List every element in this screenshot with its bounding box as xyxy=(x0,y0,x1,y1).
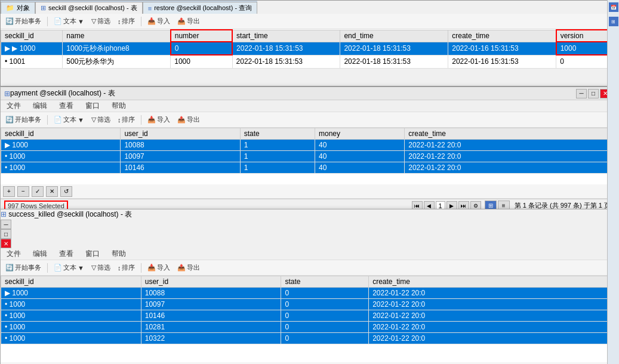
p-cell-user-id: 10097 xyxy=(121,151,240,162)
tab-restore-label: restore @seckill (localhost) - 查询 xyxy=(154,4,252,13)
payment-export-btn[interactable]: 📤 导出 xyxy=(175,114,202,125)
k-cell-state: 0 xyxy=(281,299,369,310)
k-col-state[interactable]: state xyxy=(281,276,369,288)
payment-menu-help[interactable]: 帮助 xyxy=(109,101,128,111)
killed-window: ⊞ success_killed @seckill (localhost) - … xyxy=(0,209,615,364)
killed-menu-window[interactable]: 窗口 xyxy=(83,249,102,259)
killed-menu-view[interactable]: 查看 xyxy=(57,249,76,259)
payment-sort-btn[interactable]: ↕ 排序 xyxy=(115,114,138,125)
table-row[interactable]: ▶ 1000 10088 0 2022-01-22 20:0 xyxy=(1,288,614,299)
p-export-icon: 📤 xyxy=(177,116,186,124)
payment-confirm-btn[interactable]: ✓ xyxy=(32,186,44,197)
killed-minimize-btn[interactable]: ─ xyxy=(1,220,11,229)
k-cell-seckill-id: • 1000 xyxy=(1,322,141,333)
table-row[interactable]: ▶ 1000 10088 1 40 2022-01-22 20:0 xyxy=(1,140,614,151)
killed-export-btn[interactable]: 📤 导出 xyxy=(175,262,202,273)
killed-header-row: seckill_id user_id state create_time xyxy=(1,276,614,288)
table-row[interactable]: ▶ 1000 1000元秒杀iphone8 0 2022-01-18 15:31… xyxy=(1,42,618,55)
cell-name: 500元秒杀华为 xyxy=(63,55,171,68)
k-sep2 xyxy=(141,263,141,273)
k-cell-seckill-id: ▶ 1000 xyxy=(1,288,141,299)
k-cell-user-id: 10146 xyxy=(141,310,281,322)
p-col-seckill-id[interactable]: seckill_id xyxy=(1,128,121,140)
seckill-header-row: seckill_id name number start_time end_ti… xyxy=(1,30,618,42)
text-icon: 📄 xyxy=(54,17,62,25)
payment-minimize-btn[interactable]: ─ xyxy=(576,89,587,98)
killed-close-btn[interactable]: ✕ xyxy=(1,239,11,248)
table-row[interactable]: • 1000 10281 0 2022-01-22 20:0 xyxy=(1,322,614,333)
killed-import-btn[interactable]: 📥 导入 xyxy=(145,262,173,273)
cell-start-time: 2022-01-18 15:31:53 xyxy=(232,42,340,55)
payment-filter-btn[interactable]: ▽ 筛选 xyxy=(89,114,113,125)
tab-seckill[interactable]: ⊞ seckill @seckill (localhost) - 表 xyxy=(35,2,143,14)
payment-text-btn[interactable]: 📄 文本 ▼ xyxy=(51,114,87,125)
seckill-text-btn[interactable]: 📄 文本 ▼ xyxy=(51,16,87,27)
payment-menu-file[interactable]: 文件 xyxy=(4,101,23,111)
payment-import-btn[interactable]: 📥 导入 xyxy=(145,114,173,125)
tab-object[interactable]: 📁 对象 xyxy=(1,2,35,14)
table-row[interactable]: • 1000 10146 0 2022-01-22 20:0 xyxy=(1,310,614,322)
seckill-export-btn[interactable]: 📤 导出 xyxy=(175,16,202,27)
sidebar-table-icon[interactable]: ⊞ xyxy=(609,17,618,26)
p-cell-seckill-id: ▶ 1000 xyxy=(1,140,121,151)
sep1 xyxy=(47,17,48,26)
payment-cancel-btn[interactable]: ✕ xyxy=(46,186,58,197)
killed-menu-edit[interactable]: 编辑 xyxy=(30,249,50,259)
seckill-start-transaction-btn[interactable]: 🔄 开始事务 xyxy=(3,16,44,27)
seckill-sort-btn[interactable]: ↕ 排序 xyxy=(115,16,138,27)
payment-start-transaction-btn[interactable]: 🔄 开始事务 xyxy=(3,114,44,125)
seckill-filter-btn[interactable]: ▽ 筛选 xyxy=(89,16,113,27)
k-cell-create-time: 2022-01-22 20:0 xyxy=(369,333,614,344)
k-col-create-time[interactable]: create_time xyxy=(369,276,614,288)
p-col-create-time[interactable]: create_time xyxy=(405,128,614,140)
killed-menu-help[interactable]: 帮助 xyxy=(109,249,128,259)
k-col-user-id[interactable]: user_id xyxy=(141,276,281,288)
k-cell-create-time: 2022-01-22 20:0 xyxy=(369,288,614,299)
table-row[interactable]: • 1000 10322 0 2022-01-22 20:0 xyxy=(1,333,614,344)
k-export-icon: 📤 xyxy=(177,264,186,272)
payment-window: ⊞ payment @seckill (localhost) - 表 ─ □ ✕… xyxy=(0,87,615,209)
tab-restore[interactable]: ≡ restore @seckill (localhost) - 查询 xyxy=(143,2,257,14)
payment-remove-btn[interactable]: − xyxy=(17,186,29,197)
col-seckill-id[interactable]: seckill_id xyxy=(1,30,63,42)
killed-maximize-btn[interactable]: □ xyxy=(1,229,11,239)
seckill-import-btn[interactable]: 📥 导入 xyxy=(145,16,173,27)
killed-start-transaction-btn[interactable]: 🔄 开始事务 xyxy=(3,262,44,273)
payment-menu-window[interactable]: 窗口 xyxy=(83,101,102,111)
sidebar-calendar-icon[interactable]: 📅 xyxy=(609,2,618,12)
import-icon: 📥 xyxy=(147,17,156,25)
payment-add-btn[interactable]: + xyxy=(3,186,15,197)
p-col-money[interactable]: money xyxy=(315,128,404,140)
killed-sort-btn[interactable]: ↕ 排序 xyxy=(115,262,138,273)
sort-icon: ↕ xyxy=(118,18,121,25)
killed-toolbar: 🔄 开始事务 📄 文本 ▼ ▽ 筛选 ↕ 排序 📥 导入 📤 导出 xyxy=(1,260,614,276)
col-number[interactable]: number xyxy=(171,30,232,42)
p-import-icon: 📥 xyxy=(147,116,156,124)
killed-menu-file[interactable]: 文件 xyxy=(4,249,23,259)
k-start-icon: 🔄 xyxy=(5,264,14,272)
killed-text-btn[interactable]: 📄 文本 ▼ xyxy=(51,262,87,273)
col-end-time[interactable]: end_time xyxy=(340,30,448,42)
payment-bottom-toolbar: + − ✓ ✕ ↺ xyxy=(1,184,614,199)
killed-table-icon: ⊞ xyxy=(1,210,7,218)
col-start-time[interactable]: start_time xyxy=(232,30,340,42)
col-name[interactable]: name xyxy=(63,30,171,42)
payment-window-controls: ─ □ ✕ xyxy=(576,89,611,98)
p-col-state[interactable]: state xyxy=(240,128,315,140)
p-cell-seckill-id: • 1000 xyxy=(1,151,121,162)
killed-filter-btn[interactable]: ▽ 筛选 xyxy=(89,262,113,273)
table-row[interactable]: • 1000 10097 0 2022-01-22 20:0 xyxy=(1,299,614,310)
payment-refresh-btn[interactable]: ↺ xyxy=(60,186,72,197)
query-icon: ≡ xyxy=(148,5,152,12)
payment-menu-view[interactable]: 查看 xyxy=(57,101,76,111)
p-col-user-id[interactable]: user_id xyxy=(121,128,240,140)
k-col-seckill-id[interactable]: seckill_id xyxy=(1,276,141,288)
table-row[interactable]: • 1000 10097 1 40 2022-01-22 20:0 xyxy=(1,151,614,162)
table-icon: ⊞ xyxy=(41,4,46,12)
table-row[interactable]: • 1000 10146 1 40 2022-01-22 20:0 xyxy=(1,162,614,174)
payment-data-table: seckill_id user_id state money create_ti… xyxy=(1,128,614,174)
col-create-time[interactable]: create_time xyxy=(448,30,556,42)
payment-maximize-btn[interactable]: □ xyxy=(588,89,599,98)
payment-menu-edit[interactable]: 编辑 xyxy=(30,101,50,111)
table-row[interactable]: • 1001 500元秒杀华为 1000 2022-01-18 15:31:53… xyxy=(1,55,618,68)
